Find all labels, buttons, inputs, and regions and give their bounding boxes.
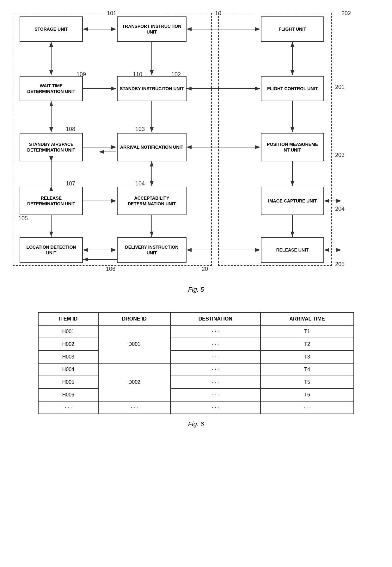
ref-204: 204	[335, 206, 345, 212]
transport-instruction-unit: TRANSPORT INSTRUCTION UNIT	[117, 16, 187, 42]
cell-item-id: H003	[38, 351, 98, 363]
table-row: H004 D002 · · · T4	[38, 363, 354, 376]
cell-arrival-time-ellipsis: · · ·	[260, 401, 354, 414]
ref-105: 105	[18, 215, 28, 222]
cell-item-id: H006	[38, 389, 98, 401]
position-measurement-unit: POSITION MEASUREME NT UNIT	[261, 133, 324, 161]
table-row: H006 · · · T6	[38, 389, 354, 401]
location-detection-unit: LOCATION DETECTION UNIT	[20, 237, 83, 263]
cell-drone-id-d001: D001	[98, 325, 170, 363]
standby-airspace-unit: STANDBY AIRSPACE DETERMINATION UNIT	[20, 133, 83, 161]
ref-106: 106	[106, 266, 115, 272]
col-header-destination: DESTINATION	[170, 313, 260, 325]
table-row-ellipsis: · · · · · · · · · · · ·	[38, 401, 354, 414]
cell-arrival-time: T2	[260, 338, 354, 351]
cell-destination: · · ·	[170, 363, 260, 376]
cell-item-id: H004	[38, 363, 98, 376]
delivery-instruction-unit: DELIVERY INSTRUCTION UNIT	[117, 237, 187, 263]
table-row: H005 · · · T5	[38, 376, 354, 389]
ref-108: 108	[66, 126, 75, 133]
table-section-fig6: ITEM ID DRONE ID DESTINATION ARRIVAL TIM…	[38, 312, 354, 414]
cell-destination: · · ·	[170, 338, 260, 351]
ref-107: 107	[66, 180, 75, 187]
fig6-caption: Fig. 6	[188, 421, 204, 428]
release-unit: RELEASE UNIT	[261, 237, 324, 263]
ref-203: 203	[335, 152, 345, 159]
table-row: H002 · · · T2	[38, 338, 354, 351]
image-capture-unit: IMAGE CAPTURE UNIT	[261, 187, 324, 215]
col-header-item-id: ITEM ID	[38, 313, 98, 325]
diagram-fig5: 101 10 202 201 203 204 205 109 110 102 1…	[13, 9, 379, 282]
standby-instruction-unit: STANDBY INSTRUCITON UNIT	[117, 76, 187, 101]
cell-item-id: H001	[38, 325, 98, 338]
cell-destination-ellipsis: · · ·	[170, 401, 260, 414]
table-row: H003 · · · T3	[38, 351, 354, 363]
col-header-arrival-time: ARRIVAL TIME	[260, 313, 354, 325]
col-header-drone-id: DRONE ID	[98, 313, 170, 325]
cell-arrival-time: T4	[260, 363, 354, 376]
flight-control-unit: FLIGHT CONTROL UNIT	[261, 76, 324, 101]
cell-destination: · · ·	[170, 376, 260, 389]
release-determination-unit: RELEASE DETERMINATION UNIT	[20, 187, 83, 215]
storage-unit: STORAGE UNIT	[20, 16, 83, 42]
cell-item-id-ellipsis: · · ·	[38, 401, 98, 414]
ref-20: 20	[202, 266, 208, 272]
cell-destination: · · ·	[170, 325, 260, 338]
cell-arrival-time: T3	[260, 351, 354, 363]
wait-time-unit: WAIT-TIME DETERMINATION UNIT	[20, 76, 83, 101]
cell-drone-id-ellipsis: · · ·	[98, 401, 170, 414]
ref-103: 103	[135, 126, 145, 133]
ref-201: 201	[335, 84, 345, 90]
table-row: H001 D001 · · · T1	[38, 325, 354, 338]
ref-104: 104	[135, 180, 145, 187]
cell-destination: · · ·	[170, 351, 260, 363]
cell-drone-id-d002: D002	[98, 363, 170, 401]
cell-arrival-time: T5	[260, 376, 354, 389]
cell-item-id: H005	[38, 376, 98, 389]
cell-destination: · · ·	[170, 389, 260, 401]
ref-101: 101	[107, 10, 116, 17]
flight-unit: FLIGHT UNIT	[261, 16, 324, 42]
acceptability-determination-unit: ACCEPTABILITY DETERMINATION UNIT	[117, 187, 187, 215]
data-table: ITEM ID DRONE ID DESTINATION ARRIVAL TIM…	[38, 312, 354, 414]
cell-arrival-time: T6	[260, 389, 354, 401]
ref-202: 202	[341, 10, 351, 17]
ref-205: 205	[335, 261, 345, 268]
cell-arrival-time: T1	[260, 325, 354, 338]
ref-10: 10	[215, 10, 221, 17]
fig5-caption: Fig. 5	[188, 286, 204, 293]
cell-item-id: H002	[38, 338, 98, 351]
arrival-notification-unit: ARRIVAL NOTIFICATION UNIT	[117, 133, 187, 161]
